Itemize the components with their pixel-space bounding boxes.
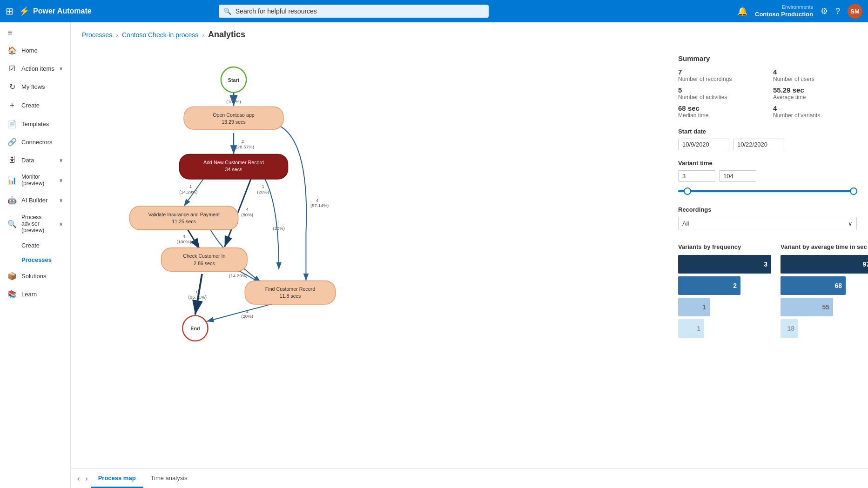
monitor-icon: 📊 [7, 176, 17, 185]
edge-label: (85.71%) [188, 294, 207, 300]
sidebar-item-learn[interactable]: 📚 Learn [0, 285, 70, 303]
node-find-customer-label1: Find Customer Record [265, 286, 315, 292]
avg-time-cell: 55.29 sec Average time [773, 86, 857, 100]
chevron-down-icon: ∨ [59, 157, 63, 163]
breadcrumb-processes[interactable]: Processes [82, 31, 112, 39]
sidebar-item-label: AI Builder [21, 197, 47, 204]
edge-label: 6 [196, 289, 199, 294]
action-items-icon: ☑ [7, 64, 17, 73]
edge-label: (20%) [257, 189, 269, 194]
bar-item: 3 [678, 255, 771, 274]
date-to-input[interactable] [733, 139, 784, 150]
sidebar-item-label: Create [21, 102, 40, 109]
edge-find-end [207, 303, 275, 321]
slider-thumb-max[interactable] [850, 187, 857, 195]
bar-item: 68 [781, 276, 846, 295]
environment-name: Contoso Production [755, 11, 813, 19]
edge-label: (20%) [273, 226, 285, 231]
sidebar-sub-item-processes[interactable]: Processes [21, 253, 70, 267]
collapse-sidebar-button[interactable]: ≡ [0, 24, 70, 41]
summary-title: Summary [678, 54, 857, 62]
edge-label: 1 [246, 308, 248, 314]
tab-nav-prev[interactable]: ‹ [74, 469, 82, 488]
date-from-input[interactable] [678, 139, 729, 150]
bar-row: 1 [678, 319, 771, 338]
sidebar-item-connectors[interactable]: 🔗 Connectors [0, 133, 70, 151]
node-add-customer-label1: Add New Customer Record [203, 160, 264, 165]
breadcrumb-sep-1: › [116, 31, 118, 39]
my-flows-icon: ↻ [7, 82, 17, 91]
sidebar-sub-item-create[interactable]: Create [21, 238, 70, 253]
variant-time-section: Variant time [678, 160, 857, 197]
slider-track [678, 190, 857, 192]
bar-item: 97 [781, 255, 868, 274]
create-icon: ＋ [7, 100, 17, 110]
help-icon[interactable]: ? [835, 7, 840, 16]
recordings-count-cell: 7 Number of recordings [678, 68, 762, 82]
environment-label: Environments [755, 4, 813, 10]
bar-item: 1 [678, 319, 704, 338]
environment-info: Environments Contoso Production [755, 4, 813, 18]
frequency-chart-section: Variants by frequency 3 2 1 [678, 243, 771, 338]
sidebar-item-label: Home [21, 47, 38, 54]
tab-nav-next[interactable]: › [82, 469, 90, 488]
node-end-label: End [190, 326, 200, 331]
sidebar-item-action-items[interactable]: ☑ Action items ∨ [0, 60, 70, 78]
variant-max-input[interactable] [719, 170, 756, 182]
summary-section: Summary 7 Number of recordings 4 Number … [678, 54, 857, 119]
users-label: Number of users [773, 76, 857, 82]
avgtime-chart-title: Variant by average time in sec [781, 243, 868, 250]
variants-label: Number of variants [773, 112, 857, 119]
sidebar-item-label: Process advisor (preview) [21, 214, 54, 234]
waffle-icon[interactable]: ⊞ [6, 6, 13, 17]
variant-time-slider[interactable] [678, 186, 857, 197]
bar-item: 18 [781, 319, 798, 338]
recordings-select[interactable]: All ∨ [678, 217, 857, 230]
activities-count: 5 [678, 86, 762, 94]
edge-label: 4 [182, 234, 185, 239]
topbar: ⊞ ⚡ Power Automate 🔍 🔔 Environments Cont… [0, 0, 868, 22]
node-check-customer-label2: 2.86 secs [194, 261, 215, 266]
sidebar-item-ai-builder[interactable]: 🤖 AI Builder ∨ [0, 191, 70, 209]
sidebar-item-label: Action items [21, 65, 54, 72]
breadcrumb-process-name[interactable]: Contoso Check-in process [122, 31, 198, 39]
chevron-down-icon: ∨ [848, 220, 853, 227]
settings-icon[interactable]: ⚙ [821, 6, 828, 16]
solutions-icon: 📦 [7, 272, 17, 281]
node-validate [130, 206, 238, 230]
frequency-chart-title: Variants by frequency [678, 243, 771, 250]
node-open-contoso-label2: 13.29 secs [222, 119, 246, 125]
sidebar-item-my-flows[interactable]: ↻ My flows [0, 78, 70, 96]
edge-open-find [265, 123, 306, 281]
users-count-cell: 4 Number of users [773, 68, 857, 82]
slider-thumb-min[interactable] [684, 187, 691, 195]
bar-row: 1 [678, 298, 771, 316]
templates-icon: 📄 [7, 120, 17, 128]
edge-label: 7 [232, 94, 235, 99]
sidebar-item-process-advisor[interactable]: 🔍 Process advisor (preview) ∧ [0, 209, 70, 238]
bar-row: 18 [781, 319, 868, 338]
activities-label: Number of activities [678, 94, 762, 100]
variants-count-cell: 4 Number of variants [773, 104, 857, 119]
sidebar-item-templates[interactable]: 📄 Templates [0, 115, 70, 133]
sidebar-item-data[interactable]: 🗄 Data ∨ [0, 151, 70, 169]
notification-icon[interactable]: 🔔 [737, 6, 747, 16]
sidebar-item-label: Connectors [21, 139, 52, 146]
variants-count: 4 [773, 104, 857, 112]
sidebar-item-monitor[interactable]: 📊 Monitor (preview) ∨ [0, 169, 70, 191]
sidebar-item-home[interactable]: 🏠 Home [0, 41, 70, 60]
avgtime-bar-chart: 97 68 55 18 [781, 255, 868, 338]
search-icon: 🔍 [223, 7, 231, 15]
avatar[interactable]: SM [848, 4, 862, 19]
search-input[interactable] [219, 5, 489, 18]
median-time-value: 68 sec [678, 104, 762, 112]
edge-label: (14.29%) [179, 189, 197, 194]
recordings-title: Recordings [678, 206, 857, 213]
variant-min-input[interactable] [678, 170, 715, 182]
app-logo: ⚡ Power Automate [19, 6, 92, 16]
right-panel: Summary 7 Number of recordings 4 Number … [673, 43, 868, 468]
tab-process-map[interactable]: Process map [91, 469, 143, 488]
tab-time-analysis[interactable]: Time analysis [143, 469, 195, 488]
sidebar-item-create[interactable]: ＋ Create [0, 96, 70, 115]
sidebar-item-solutions[interactable]: 📦 Solutions [0, 267, 70, 285]
